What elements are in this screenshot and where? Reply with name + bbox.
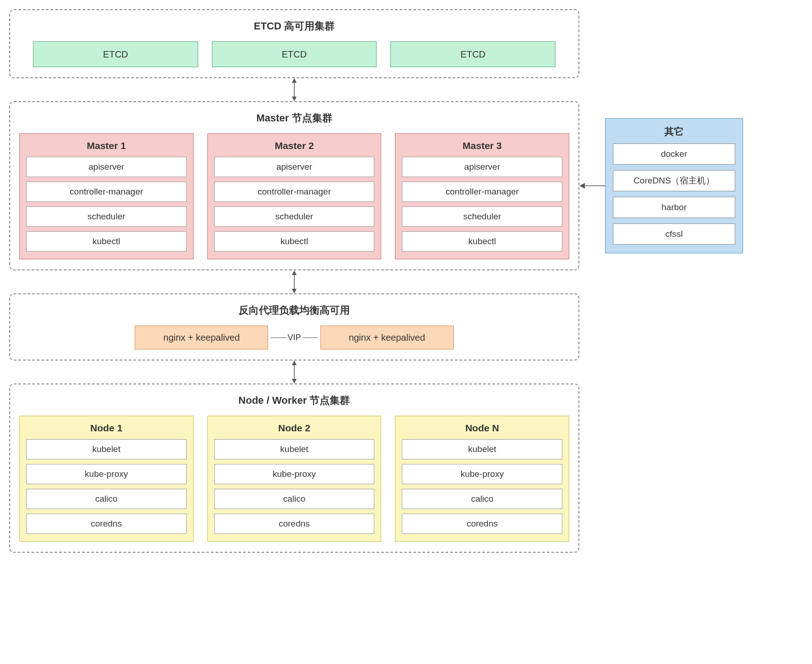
node-component: kube-proxy — [214, 464, 375, 484]
node-component: kubelet — [26, 439, 187, 459]
connector-lb-node — [9, 361, 579, 384]
connector-master-lb — [9, 270, 579, 293]
node-cluster: Node / Worker 节点集群 Node 1 kubelet kube-p… — [9, 384, 579, 553]
node-card-title: Node N — [402, 423, 562, 434]
side-item: harbor — [613, 197, 735, 218]
etcd-cluster-title: ETCD 高可用集群 — [19, 19, 569, 33]
master-component: controller-manager — [26, 182, 187, 202]
node-component: calico — [402, 489, 562, 509]
svg-marker-1 — [292, 78, 297, 83]
master-card: Master 1 apiserver controller-manager sc… — [19, 133, 194, 259]
etcd-cluster: ETCD 高可用集群 ETCD ETCD ETCD — [9, 9, 579, 78]
connector-etcd-master — [9, 78, 579, 101]
master-card: Master 2 apiserver controller-manager sc… — [207, 133, 382, 259]
side-box-title: 其它 — [613, 125, 735, 138]
node-component: calico — [214, 489, 375, 509]
lb-node-left: nginx + keepalived — [135, 326, 268, 349]
master-card-title: Master 1 — [26, 140, 187, 151]
svg-marker-4 — [579, 183, 585, 189]
svg-marker-9 — [292, 361, 297, 365]
master-component: apiserver — [214, 157, 375, 177]
master-cluster-title: Master 节点集群 — [19, 111, 569, 125]
etcd-node: ETCD — [212, 41, 377, 67]
node-component: kube-proxy — [26, 464, 187, 484]
master-component: kubectl — [214, 231, 375, 252]
side-box: 其它 docker CoreDNS（宿主机） harbor cfssl — [605, 118, 743, 253]
master-card-title: Master 3 — [402, 140, 562, 151]
lb-cluster: 反向代理负载均衡高可用 nginx + keepalived VIP nginx… — [9, 293, 579, 361]
svg-marker-10 — [292, 379, 297, 384]
node-card: Node N kubelet kube-proxy calico coredns — [395, 416, 569, 542]
master-card: Master 3 apiserver controller-manager sc… — [395, 133, 569, 259]
node-component: coredns — [402, 514, 562, 534]
master-component: controller-manager — [214, 182, 375, 202]
node-component: kubelet — [402, 439, 562, 459]
node-component: kube-proxy — [402, 464, 562, 484]
svg-marker-6 — [292, 270, 297, 275]
master-component: kubectl — [26, 231, 187, 252]
node-cluster-title: Node / Worker 节点集群 — [19, 394, 569, 407]
master-component: scheduler — [214, 206, 375, 227]
master-component: kubectl — [402, 231, 562, 252]
master-component: apiserver — [402, 157, 562, 177]
master-component: controller-manager — [402, 182, 562, 202]
node-card: Node 2 kubelet kube-proxy calico coredns — [207, 416, 382, 542]
side-item: CoreDNS（宿主机） — [613, 170, 735, 191]
etcd-node: ETCD — [33, 41, 198, 67]
vip-connector: VIP — [271, 333, 317, 343]
node-card-title: Node 2 — [214, 423, 375, 434]
node-component: calico — [26, 489, 187, 509]
etcd-node: ETCD — [390, 41, 555, 67]
node-card-title: Node 1 — [26, 423, 187, 434]
connector-master-side — [579, 181, 605, 190]
lb-node-right: nginx + keepalived — [320, 326, 454, 349]
master-component: scheduler — [26, 206, 187, 227]
node-component: coredns — [214, 514, 375, 534]
side-item: cfssl — [613, 223, 735, 245]
master-component: scheduler — [402, 206, 562, 227]
node-component: coredns — [26, 514, 187, 534]
master-cluster: Master 节点集群 Master 1 apiserver controlle… — [9, 101, 579, 270]
lb-cluster-title: 反向代理负载均衡高可用 — [19, 303, 569, 317]
side-item: docker — [613, 143, 735, 165]
vip-label: VIP — [287, 333, 301, 343]
master-card-title: Master 2 — [214, 140, 375, 151]
node-card: Node 1 kubelet kube-proxy calico coredns — [19, 416, 194, 542]
node-component: kubelet — [214, 439, 375, 459]
svg-marker-7 — [292, 289, 297, 293]
svg-marker-2 — [292, 97, 297, 101]
master-component: apiserver — [26, 157, 187, 177]
